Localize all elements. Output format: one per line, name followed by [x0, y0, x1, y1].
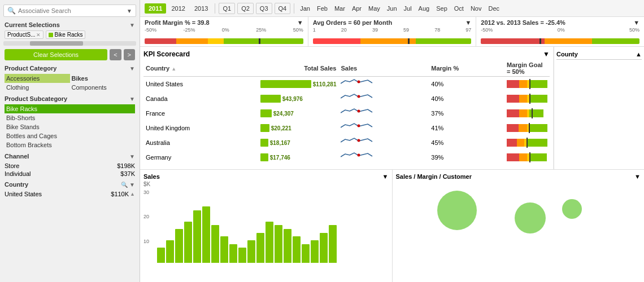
year-2013[interactable]: 2013 — [190, 3, 212, 14]
year-2011[interactable]: 2011 — [145, 3, 166, 14]
bar-column[interactable] — [175, 229, 183, 263]
subcat-bike-racks[interactable]: Bike Racks — [5, 104, 135, 113]
bar-column[interactable] — [275, 225, 282, 263]
col-margin[interactable]: Margin % — [429, 60, 504, 77]
country-arrow[interactable]: ▼ — [129, 182, 135, 188]
nav-next-button[interactable]: > — [124, 49, 135, 60]
bar-column[interactable] — [184, 222, 192, 263]
table-row[interactable]: Germany$17,74639% — [143, 150, 550, 165]
year-2012[interactable]: 2012 — [167, 3, 189, 14]
kpi-table-arrow[interactable]: ▼ — [543, 50, 550, 58]
scroll-up-icon[interactable]: ▲ — [130, 191, 135, 197]
sales-margin-chart-arrow[interactable]: ▼ — [634, 173, 641, 180]
month-dec[interactable]: Dec — [485, 3, 502, 14]
sales-chart-arrow[interactable]: ▼ — [382, 173, 389, 180]
col-country[interactable]: Country ▲ — [143, 60, 258, 77]
search-input[interactable] — [18, 7, 127, 14]
subcat-bike-stands[interactable]: Bike Stands — [5, 122, 135, 131]
search-dropdown-icon[interactable]: ▼ — [127, 8, 132, 14]
product-subcategory-arrow[interactable]: ▼ — [129, 96, 135, 102]
col-margin-goal[interactable]: Margin Goal = 50% — [504, 60, 550, 77]
bar-column[interactable] — [157, 248, 165, 263]
bar-column[interactable] — [266, 222, 273, 263]
bar-column[interactable] — [293, 236, 301, 263]
scrollbar[interactable] — [3, 41, 136, 46]
sales-margin-chart-title: Sales / Margin / Customer ▼ — [396, 173, 641, 180]
bar-column[interactable] — [211, 225, 219, 263]
quarter-q2[interactable]: Q2 — [237, 3, 254, 14]
kpi-table-section: KPI Scorecard ▼ Country ▲ Total Sales Sa… — [140, 47, 554, 169]
kpi-profit-margin-gauge: -50%-25%0%25%50% — [145, 27, 303, 44]
bar-column[interactable] — [320, 233, 328, 263]
remove-selection-icon[interactable]: ✕ — [36, 32, 41, 38]
county-panel: County ▲ — [554, 47, 644, 169]
country-us[interactable]: United States $110K ▲ — [5, 190, 135, 198]
quarter-q1[interactable]: Q1 — [219, 3, 235, 14]
bubble[interactable] — [437, 191, 477, 230]
month-nov[interactable]: Nov — [468, 3, 485, 14]
table-row[interactable]: United States$110,28140% — [143, 77, 550, 92]
clear-selections-button[interactable]: Clear Selections — [5, 49, 107, 60]
bar-column[interactable] — [229, 244, 237, 263]
bar-column[interactable] — [220, 236, 228, 263]
top-nav: 2011 2012 2013 Q1 Q2 Q3 Q4 Jan Feb Mar A… — [140, 0, 644, 17]
bar-column[interactable] — [166, 240, 174, 263]
bar-column[interactable] — [284, 229, 291, 263]
bar-column[interactable] — [302, 244, 310, 263]
selection-tag-product[interactable]: ProductS... ✕ — [5, 30, 43, 39]
quarter-q3[interactable]: Q3 — [256, 3, 272, 14]
country-search-icon[interactable]: 🔍 — [121, 182, 128, 188]
subcat-bottom-brackets[interactable]: Bottom Brackets — [5, 140, 135, 149]
col-total-sales[interactable]: Total Sales — [258, 60, 339, 77]
month-feb[interactable]: Feb — [314, 3, 330, 14]
selection-tag-bike-racks[interactable]: Bike Racks — [46, 30, 85, 39]
bar-column[interactable] — [311, 240, 319, 263]
month-apr[interactable]: Apr — [349, 3, 364, 14]
category-components[interactable]: Components — [70, 83, 136, 92]
bubble[interactable] — [515, 202, 546, 233]
subcat-bib-shorts[interactable]: Bib-Shorts — [5, 113, 135, 122]
bar-column[interactable] — [193, 210, 201, 263]
table-row[interactable]: France$24,30737% — [143, 106, 550, 121]
svg-point-1 — [358, 95, 360, 98]
month-jul[interactable]: Jul — [401, 3, 415, 14]
bar-column[interactable] — [247, 240, 255, 263]
col-sales[interactable]: Sales — [338, 60, 429, 77]
table-row[interactable]: Canada$43,97640% — [143, 91, 550, 106]
category-clothing[interactable]: Clothing — [5, 83, 70, 92]
bubble[interactable] — [562, 199, 582, 219]
product-category-arrow[interactable]: ▼ — [129, 65, 135, 72]
table-row[interactable]: United Kingdom$20,22141% — [143, 121, 550, 135]
month-jan[interactable]: Jan — [297, 3, 313, 14]
subcat-bottles-cages[interactable]: Bottles and Cages — [5, 131, 135, 140]
channel-individual[interactable]: Individual $37K — [5, 170, 135, 178]
month-mar[interactable]: Mar — [332, 3, 348, 14]
month-oct[interactable]: Oct — [451, 3, 467, 14]
search-bar[interactable]: 🔍 ▼ — [3, 5, 136, 17]
bar-column[interactable] — [202, 206, 210, 263]
country-section: United States $110K ▲ — [0, 189, 140, 199]
channel-arrow[interactable]: ▼ — [129, 153, 135, 160]
kpi-profit-margin-arrow[interactable]: ▼ — [297, 19, 303, 26]
kpi-avg-orders-arrow[interactable]: ▼ — [465, 19, 471, 26]
month-sep[interactable]: Sep — [433, 3, 450, 14]
table-row[interactable]: Australia$18,16745% — [143, 135, 550, 150]
month-may[interactable]: May — [365, 3, 383, 14]
category-accessories[interactable]: Accessories — [5, 74, 70, 83]
kpi-sales-comparison-arrow[interactable]: ▼ — [633, 19, 639, 26]
quarter-q4[interactable]: Q4 — [275, 3, 291, 14]
kpi-profit-margin: Profit Margin % = 39.8 ▼ -50%-25%0%25%50… — [140, 17, 308, 46]
current-selections-arrow[interactable]: ▼ — [129, 22, 135, 28]
channel-store[interactable]: Store $198K — [5, 162, 135, 170]
bar-column[interactable] — [329, 225, 337, 263]
bar-column[interactable] — [256, 233, 264, 263]
nav-prev-button[interactable]: < — [110, 49, 121, 60]
svg-point-3 — [358, 125, 360, 127]
scrollbar-thumb[interactable] — [30, 41, 83, 46]
month-jun[interactable]: Jun — [384, 3, 400, 14]
bar-column[interactable] — [238, 248, 246, 263]
sales-chart: Sales ▼ $K 30 20 10 — [140, 170, 393, 282]
month-aug[interactable]: Aug — [416, 3, 433, 14]
county-sort-icon[interactable]: ▲ — [636, 51, 642, 58]
category-bikes[interactable]: Bikes — [70, 74, 136, 83]
